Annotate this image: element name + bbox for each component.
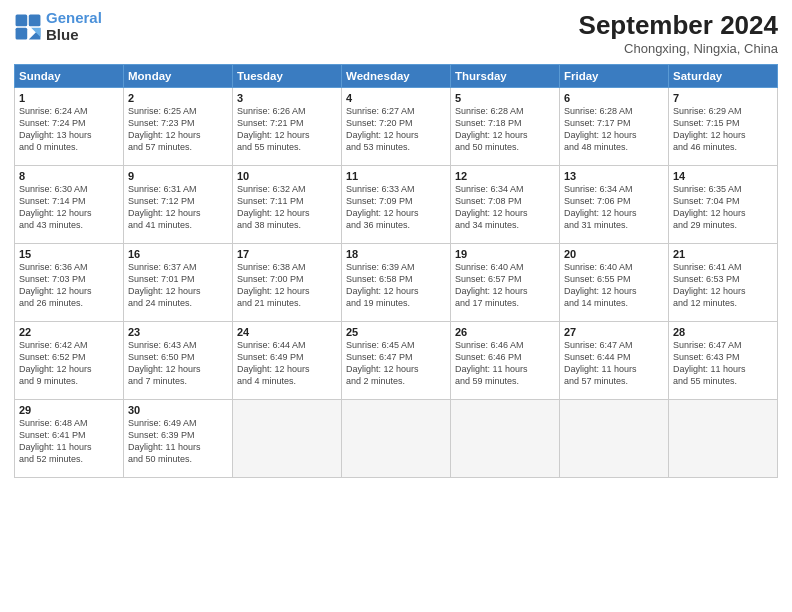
calendar-cell: 26Sunrise: 6:46 AMSunset: 6:46 PMDayligh… [451, 322, 560, 400]
day-details: Sunrise: 6:29 AMSunset: 7:15 PMDaylight:… [673, 105, 773, 154]
calendar-cell: 2Sunrise: 6:25 AMSunset: 7:23 PMDaylight… [124, 88, 233, 166]
logo: General Blue [14, 10, 102, 43]
calendar-cell: 11Sunrise: 6:33 AMSunset: 7:09 PMDayligh… [342, 166, 451, 244]
logo-text: General Blue [46, 10, 102, 43]
day-number: 25 [346, 326, 446, 338]
calendar-cell: 15Sunrise: 6:36 AMSunset: 7:03 PMDayligh… [15, 244, 124, 322]
weekday-header-sunday: Sunday [15, 65, 124, 88]
calendar-cell: 22Sunrise: 6:42 AMSunset: 6:52 PMDayligh… [15, 322, 124, 400]
day-number: 12 [455, 170, 555, 182]
weekday-header-tuesday: Tuesday [233, 65, 342, 88]
svg-rect-0 [16, 14, 28, 26]
day-number: 26 [455, 326, 555, 338]
calendar-cell: 30Sunrise: 6:49 AMSunset: 6:39 PMDayligh… [124, 400, 233, 478]
calendar-cell: 19Sunrise: 6:40 AMSunset: 6:57 PMDayligh… [451, 244, 560, 322]
day-details: Sunrise: 6:34 AMSunset: 7:08 PMDaylight:… [455, 183, 555, 232]
logo-icon [14, 13, 42, 41]
day-number: 24 [237, 326, 337, 338]
day-details: Sunrise: 6:40 AMSunset: 6:55 PMDaylight:… [564, 261, 664, 310]
calendar-week-1: 1Sunrise: 6:24 AMSunset: 7:24 PMDaylight… [15, 88, 778, 166]
day-number: 9 [128, 170, 228, 182]
weekday-header-friday: Friday [560, 65, 669, 88]
calendar-cell [451, 400, 560, 478]
svg-rect-2 [16, 27, 28, 39]
day-details: Sunrise: 6:36 AMSunset: 7:03 PMDaylight:… [19, 261, 119, 310]
calendar-cell [560, 400, 669, 478]
location: Chongxing, Ningxia, China [579, 41, 778, 56]
weekday-header-thursday: Thursday [451, 65, 560, 88]
calendar-cell: 21Sunrise: 6:41 AMSunset: 6:53 PMDayligh… [669, 244, 778, 322]
calendar-cell: 27Sunrise: 6:47 AMSunset: 6:44 PMDayligh… [560, 322, 669, 400]
day-number: 13 [564, 170, 664, 182]
day-number: 18 [346, 248, 446, 260]
day-number: 3 [237, 92, 337, 104]
calendar-week-3: 15Sunrise: 6:36 AMSunset: 7:03 PMDayligh… [15, 244, 778, 322]
calendar-cell: 6Sunrise: 6:28 AMSunset: 7:17 PMDaylight… [560, 88, 669, 166]
calendar-cell: 5Sunrise: 6:28 AMSunset: 7:18 PMDaylight… [451, 88, 560, 166]
day-number: 7 [673, 92, 773, 104]
calendar-cell [669, 400, 778, 478]
day-details: Sunrise: 6:38 AMSunset: 7:00 PMDaylight:… [237, 261, 337, 310]
day-details: Sunrise: 6:41 AMSunset: 6:53 PMDaylight:… [673, 261, 773, 310]
weekday-header-saturday: Saturday [669, 65, 778, 88]
day-details: Sunrise: 6:28 AMSunset: 7:18 PMDaylight:… [455, 105, 555, 154]
weekday-header-monday: Monday [124, 65, 233, 88]
day-number: 30 [128, 404, 228, 416]
calendar-cell: 17Sunrise: 6:38 AMSunset: 7:00 PMDayligh… [233, 244, 342, 322]
day-number: 15 [19, 248, 119, 260]
day-number: 20 [564, 248, 664, 260]
day-number: 16 [128, 248, 228, 260]
day-number: 6 [564, 92, 664, 104]
day-details: Sunrise: 6:45 AMSunset: 6:47 PMDaylight:… [346, 339, 446, 388]
day-number: 22 [19, 326, 119, 338]
day-number: 23 [128, 326, 228, 338]
svg-rect-1 [29, 14, 41, 26]
weekday-header-wednesday: Wednesday [342, 65, 451, 88]
day-details: Sunrise: 6:39 AMSunset: 6:58 PMDaylight:… [346, 261, 446, 310]
month-year: September 2024 [579, 10, 778, 41]
day-number: 2 [128, 92, 228, 104]
calendar-cell: 9Sunrise: 6:31 AMSunset: 7:12 PMDaylight… [124, 166, 233, 244]
calendar-cell: 14Sunrise: 6:35 AMSunset: 7:04 PMDayligh… [669, 166, 778, 244]
day-details: Sunrise: 6:42 AMSunset: 6:52 PMDaylight:… [19, 339, 119, 388]
calendar-cell [233, 400, 342, 478]
day-details: Sunrise: 6:24 AMSunset: 7:24 PMDaylight:… [19, 105, 119, 154]
calendar-cell: 16Sunrise: 6:37 AMSunset: 7:01 PMDayligh… [124, 244, 233, 322]
day-details: Sunrise: 6:47 AMSunset: 6:43 PMDaylight:… [673, 339, 773, 388]
day-details: Sunrise: 6:43 AMSunset: 6:50 PMDaylight:… [128, 339, 228, 388]
day-number: 21 [673, 248, 773, 260]
calendar-body: 1Sunrise: 6:24 AMSunset: 7:24 PMDaylight… [15, 88, 778, 478]
logo-line2: Blue [46, 27, 102, 44]
day-number: 19 [455, 248, 555, 260]
day-details: Sunrise: 6:46 AMSunset: 6:46 PMDaylight:… [455, 339, 555, 388]
calendar-cell: 12Sunrise: 6:34 AMSunset: 7:08 PMDayligh… [451, 166, 560, 244]
title-block: September 2024 Chongxing, Ningxia, China [579, 10, 778, 56]
calendar-cell: 3Sunrise: 6:26 AMSunset: 7:21 PMDaylight… [233, 88, 342, 166]
day-number: 14 [673, 170, 773, 182]
day-details: Sunrise: 6:34 AMSunset: 7:06 PMDaylight:… [564, 183, 664, 232]
calendar-cell: 25Sunrise: 6:45 AMSunset: 6:47 PMDayligh… [342, 322, 451, 400]
day-number: 8 [19, 170, 119, 182]
calendar-cell: 29Sunrise: 6:48 AMSunset: 6:41 PMDayligh… [15, 400, 124, 478]
day-details: Sunrise: 6:25 AMSunset: 7:23 PMDaylight:… [128, 105, 228, 154]
calendar-cell: 7Sunrise: 6:29 AMSunset: 7:15 PMDaylight… [669, 88, 778, 166]
day-number: 27 [564, 326, 664, 338]
calendar-cell: 10Sunrise: 6:32 AMSunset: 7:11 PMDayligh… [233, 166, 342, 244]
day-number: 28 [673, 326, 773, 338]
day-number: 5 [455, 92, 555, 104]
calendar-cell: 4Sunrise: 6:27 AMSunset: 7:20 PMDaylight… [342, 88, 451, 166]
day-details: Sunrise: 6:31 AMSunset: 7:12 PMDaylight:… [128, 183, 228, 232]
calendar-cell: 23Sunrise: 6:43 AMSunset: 6:50 PMDayligh… [124, 322, 233, 400]
header: General Blue September 2024 Chongxing, N… [14, 10, 778, 56]
day-details: Sunrise: 6:35 AMSunset: 7:04 PMDaylight:… [673, 183, 773, 232]
day-details: Sunrise: 6:47 AMSunset: 6:44 PMDaylight:… [564, 339, 664, 388]
day-details: Sunrise: 6:44 AMSunset: 6:49 PMDaylight:… [237, 339, 337, 388]
day-details: Sunrise: 6:30 AMSunset: 7:14 PMDaylight:… [19, 183, 119, 232]
day-details: Sunrise: 6:26 AMSunset: 7:21 PMDaylight:… [237, 105, 337, 154]
weekday-row: SundayMondayTuesdayWednesdayThursdayFrid… [15, 65, 778, 88]
calendar-week-2: 8Sunrise: 6:30 AMSunset: 7:14 PMDaylight… [15, 166, 778, 244]
logo-line1: General [46, 10, 102, 27]
day-number: 10 [237, 170, 337, 182]
calendar-cell: 18Sunrise: 6:39 AMSunset: 6:58 PMDayligh… [342, 244, 451, 322]
day-details: Sunrise: 6:40 AMSunset: 6:57 PMDaylight:… [455, 261, 555, 310]
